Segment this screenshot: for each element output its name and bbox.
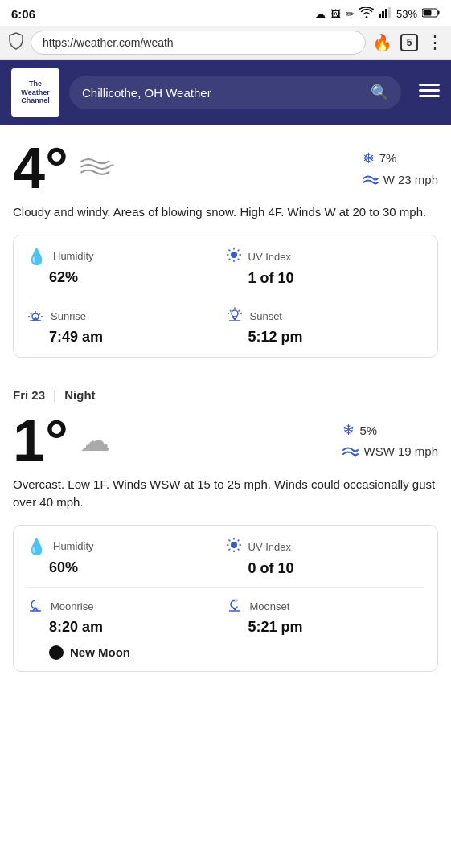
night-weather-row: 1° ☁ ❄ 5% WSW 19 mph <box>13 411 438 469</box>
svg-point-26 <box>232 310 238 317</box>
humidity-value: 62% <box>27 269 226 286</box>
moonset-label: Moonset <box>250 600 290 612</box>
fire-icon[interactable]: 🔥 <box>372 33 392 52</box>
moonset-value: 5:21 pm <box>226 619 425 636</box>
sunrise-item: Sunrise 7:49 am <box>27 307 226 346</box>
status-icons: ☁ 🖼 ✏ 53% <box>315 7 440 21</box>
svg-rect-3 <box>388 7 391 18</box>
svg-rect-1 <box>382 11 384 18</box>
search-location-text: Chillicothe, OH Weather <box>82 86 211 100</box>
cloud-status-icon: ☁ <box>315 8 326 20</box>
current-info-card: 💧 Humidity 62% <box>13 235 438 358</box>
svg-line-38 <box>228 539 230 541</box>
svg-point-10 <box>231 252 237 258</box>
image-status-icon: 🖼 <box>330 8 341 20</box>
wifi-icon <box>359 7 374 21</box>
night-snow-icon: ❄ <box>342 421 355 439</box>
search-bar[interactable]: Chillicothe, OH Weather 🔍 <box>69 76 401 109</box>
sunrise-label: Sunrise <box>51 310 86 322</box>
night-info-bottom-row: Moonrise 8:20 am New Moon <box>27 597 424 660</box>
battery-text: 53% <box>396 8 417 20</box>
night-uv-label: UV Index <box>248 541 291 553</box>
night-humidity-icon: 💧 <box>27 537 47 556</box>
night-uv-value: 0 of 10 <box>226 560 425 577</box>
night-temp-cloud-left: 1° ☁ <box>13 411 110 469</box>
night-weather-right: ❄ 5% WSW 19 mph <box>342 421 438 459</box>
wind-animation-icon <box>80 154 115 182</box>
url-bar[interactable]: https://weather.com/weath <box>31 31 366 55</box>
more-menu-icon[interactable]: ⋮ <box>426 32 443 53</box>
night-wind-icon <box>342 444 359 459</box>
night-info-top-row: 💧 Humidity 60% <box>27 537 424 588</box>
svg-rect-5 <box>438 10 440 14</box>
humidity-item: 💧 Humidity 62% <box>27 247 226 287</box>
humidity-label: Humidity <box>53 250 94 262</box>
info-top-row: 💧 Humidity 62% <box>27 247 424 297</box>
section-header: Fri 23 | Night <box>13 388 438 402</box>
signal-icon: ✏ <box>346 8 355 20</box>
moonrise-item: Moonrise 8:20 am New Moon <box>27 597 226 660</box>
app-header: The Weather Channel Chillicothe, OH Weat… <box>0 60 451 125</box>
search-icon[interactable]: 🔍 <box>371 84 388 101</box>
uv-value: 1 of 10 <box>226 270 425 287</box>
moon-phase-label: New Moon <box>70 645 130 659</box>
night-uv-item: UV Index 0 of 10 <box>226 537 425 577</box>
uv-index-item: UV Index 1 of 10 <box>226 247 425 287</box>
app-logo-text: The Weather Channel <box>21 80 50 105</box>
weather-right: ❄ 7% W 23 mph <box>363 149 438 187</box>
section-period: Night <box>64 388 95 402</box>
night-weather-description: Overcast. Low 1F. Winds WSW at 15 to 25 … <box>13 476 438 512</box>
sunrise-value: 7:49 am <box>27 329 226 346</box>
svg-rect-6 <box>424 10 432 15</box>
hamburger-menu[interactable] <box>419 84 440 101</box>
uv-icon <box>226 247 242 267</box>
cloud-icon: ☁ <box>80 423 110 458</box>
night-humidity-label: Humidity <box>53 540 94 552</box>
svg-point-33 <box>231 542 237 548</box>
current-temperature: 4° <box>13 139 68 197</box>
svg-line-17 <box>237 249 239 251</box>
sunset-value: 5:12 pm <box>226 329 425 346</box>
moonset-icon <box>226 597 244 616</box>
svg-rect-7 <box>419 84 440 86</box>
uv-label: UV Index <box>248 251 291 263</box>
snow-icon: ❄ <box>363 149 375 167</box>
sunrise-icon <box>27 307 44 326</box>
current-weather-section: 4° ❄ 7% <box>0 125 451 383</box>
svg-line-39 <box>237 548 239 550</box>
svg-rect-8 <box>419 89 440 92</box>
night-temperature: 1° <box>13 411 68 469</box>
svg-line-31 <box>238 310 240 312</box>
svg-rect-2 <box>385 9 387 18</box>
weather-description: Cloudy and windy. Areas of blowing snow.… <box>13 203 438 222</box>
svg-line-23 <box>31 313 32 315</box>
battery-icon <box>422 8 440 20</box>
temp-wind-left: 4° <box>13 139 115 197</box>
moon-phase-row: New Moon <box>27 645 226 660</box>
moonrise-value: 8:20 am <box>27 619 226 636</box>
svg-line-16 <box>237 258 239 260</box>
wind-speed-value: W 23 mph <box>383 173 438 186</box>
humidity-icon: 💧 <box>27 247 47 266</box>
svg-line-30 <box>230 310 232 312</box>
svg-line-41 <box>228 548 230 550</box>
current-weather-row: 4° ❄ 7% <box>13 139 438 197</box>
status-time: 6:06 <box>11 7 35 21</box>
tab-count[interactable]: 5 <box>400 34 418 51</box>
svg-point-19 <box>32 313 39 320</box>
app-logo: The Weather Channel <box>11 68 59 117</box>
temp-unit: ° <box>45 136 68 200</box>
moonrise-label: Moonrise <box>51 600 93 612</box>
night-uv-icon <box>226 537 242 557</box>
browser-bar: https://weather.com/weath 🔥 5 ⋮ <box>0 26 451 60</box>
svg-rect-9 <box>419 95 440 97</box>
moonrise-icon <box>27 597 44 616</box>
new-moon-icon <box>49 645 64 660</box>
moonset-item: Moonset 5:21 pm <box>226 597 425 660</box>
section-date: Fri 23 <box>13 388 45 402</box>
wind-direction-icon <box>363 172 379 187</box>
night-wind-row: WSW 19 mph <box>342 444 438 459</box>
night-info-card: 💧 Humidity 60% <box>13 525 438 672</box>
night-weather-section: Fri 23 | Night 1° ☁ ❄ 5% WSW 19 <box>0 388 451 702</box>
night-humidity-value: 60% <box>27 559 226 576</box>
